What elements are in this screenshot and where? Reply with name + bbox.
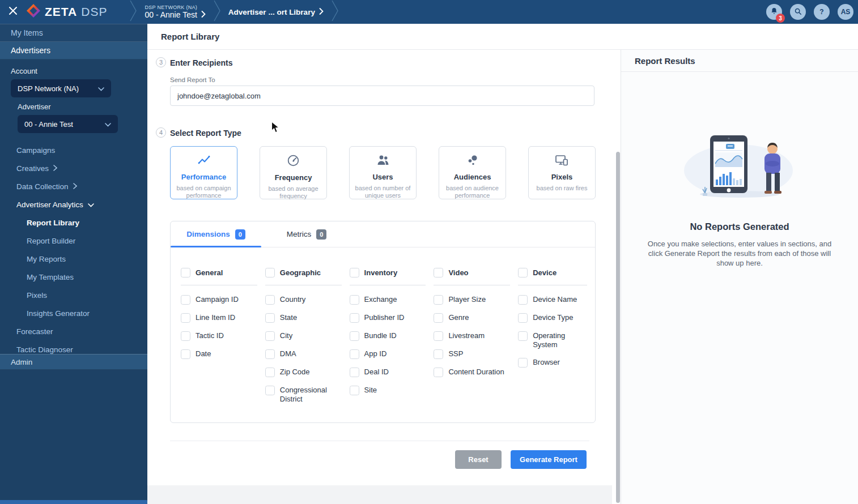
page-title: Report Library [147, 24, 858, 50]
dimension-checkbox[interactable] [265, 331, 275, 341]
dimension-item: Device Type [518, 313, 595, 323]
group-label: Inventory [364, 268, 398, 277]
dimension-group-video: Video Player Size Genre Livestream SSP C… [434, 268, 518, 412]
dimension-checkbox[interactable] [350, 295, 359, 305]
dimension-checkbox[interactable] [350, 331, 359, 341]
empty-state-text: Once you make selections, enter values i… [645, 239, 834, 268]
dimension-checkbox[interactable] [434, 295, 443, 305]
report-type-card-performance[interactable]: Performance based on campaign performanc… [170, 146, 237, 199]
dimension-checkbox[interactable] [181, 349, 190, 359]
dimension-checkbox[interactable] [265, 386, 275, 395]
account-dropdown[interactable]: DSP Network (NA) [11, 79, 111, 97]
account-label: Account [0, 67, 147, 75]
send-report-to-input[interactable] [170, 86, 594, 106]
breadcrumb-page[interactable]: Advertiser ... ort Library [228, 8, 324, 16]
horizontal-scrollbar[interactable] [0, 500, 148, 504]
generate-report-button[interactable]: Generate Report [511, 450, 587, 469]
report-type-card-audiences[interactable]: Audiences based on audience performance [439, 146, 506, 199]
breadcrumb-separator-icon [214, 0, 220, 24]
account-selector-block: Account DSP Network (NA) [0, 67, 147, 97]
sidebar-section-admin[interactable]: Admin [0, 354, 147, 370]
sidebar-item-my-reports[interactable]: My Reports [0, 250, 147, 268]
enter-recipients-title: Enter Recipients [170, 58, 232, 67]
group-checkbox[interactable] [518, 268, 528, 277]
footer-divider [170, 441, 589, 441]
card-label: Users [372, 173, 393, 181]
group-header: Device [518, 268, 587, 285]
card-label: Frequency [275, 173, 312, 182]
dimension-checkbox[interactable] [265, 295, 275, 305]
dimension-checkbox[interactable] [350, 386, 359, 395]
vertical-scrollbar[interactable] [616, 152, 620, 503]
dimension-checkbox[interactable] [434, 331, 443, 341]
sidebar-item-campaigns[interactable]: Campaigns [0, 141, 147, 159]
sidebar-admin-label: Admin [11, 358, 32, 366]
dimension-group-device: Device Device Name Device Type Operating… [518, 268, 595, 412]
sidebar-campaigns-label: Campaigns [16, 146, 55, 155]
sidebar-item-report-builder[interactable]: Report Builder [0, 232, 147, 250]
help-button[interactable]: ? [814, 4, 830, 20]
chevron-right-icon [73, 182, 77, 191]
dimension-item-label: Device Type [533, 313, 573, 322]
report-type-card-pixels[interactable]: Pixels based on raw fires [528, 146, 596, 199]
dimension-item: Congressional District [265, 386, 350, 404]
notifications-button[interactable]: 3 [766, 4, 782, 20]
reset-button[interactable]: Reset [455, 450, 502, 469]
dimension-checkbox[interactable] [518, 295, 528, 305]
dimension-checkbox[interactable] [434, 349, 443, 359]
close-button[interactable] [0, 0, 26, 24]
dimension-checkbox[interactable] [350, 368, 359, 377]
sidebar-item-my-templates[interactable]: My Templates [0, 268, 147, 286]
dimension-item: DMA [265, 349, 350, 359]
group-checkbox[interactable] [265, 268, 275, 277]
sidebar-item-data-collection[interactable]: Data Collection [0, 177, 147, 195]
group-checkbox[interactable] [434, 268, 443, 277]
zeta-dsp-logo[interactable]: ZETA DSP [26, 3, 107, 20]
dimension-checkbox[interactable] [181, 331, 190, 341]
sidebar-item-creatives[interactable]: Creatives [0, 159, 147, 177]
account-dropdown-value: DSP Network (NA) [18, 84, 79, 93]
advertiser-dropdown[interactable]: 00 - Annie Test [18, 115, 118, 133]
dimension-checkbox[interactable] [434, 368, 443, 377]
breadcrumb-network-advertiser[interactable]: DSP NETWORK (NA) 00 - Annie Test [145, 5, 205, 19]
dimension-checkbox[interactable] [350, 349, 359, 359]
sidebar-item-insights-generator[interactable]: Insights Generator [0, 304, 147, 322]
report-type-card-frequency[interactable]: Frequency based on average frequency [260, 146, 327, 199]
sidebar-pixels-label: Pixels [27, 291, 47, 300]
dimension-checkbox[interactable] [181, 313, 190, 323]
dimension-group-geographic: Geographic Country State City DMA Zip Co… [265, 268, 350, 412]
sidebar-item-report-library[interactable]: Report Library [0, 213, 147, 232]
group-checkbox[interactable] [181, 268, 190, 277]
dimension-item-label: Content Duration [448, 368, 504, 377]
dimension-checkbox[interactable] [265, 368, 275, 377]
avatar[interactable]: AS [838, 4, 853, 20]
group-checkbox[interactable] [350, 268, 359, 277]
dimension-checkbox[interactable] [434, 313, 443, 323]
dimension-checkbox[interactable] [181, 295, 190, 305]
dimension-item: Genre [434, 313, 518, 323]
tab-metrics[interactable]: Metrics 0 [261, 221, 352, 247]
sidebar-section-advertisers[interactable]: Advertisers [0, 42, 147, 59]
dimension-checkbox[interactable] [350, 313, 359, 323]
dimension-checkbox[interactable] [265, 313, 275, 323]
sidebar-item-forecaster[interactable]: Forecaster [0, 322, 147, 340]
dimension-checkbox[interactable] [518, 358, 528, 368]
search-button[interactable] [790, 4, 806, 20]
tab-dimensions[interactable]: Dimensions 0 [171, 221, 261, 247]
step-3-number: 3 [156, 57, 166, 67]
dimension-checkbox[interactable] [265, 349, 275, 359]
chevron-down-icon [105, 119, 111, 129]
dimension-item: Line Item ID [181, 313, 265, 323]
chevron-right-icon [53, 164, 57, 173]
dimension-checkbox[interactable] [518, 331, 528, 341]
sidebar-item-my-items[interactable]: My Items [0, 24, 147, 42]
card-label: Performance [181, 173, 226, 181]
card-description: based on raw fires [532, 185, 593, 192]
dimension-checkbox[interactable] [518, 313, 528, 323]
advertiser-selector-block: Advertiser 00 - Annie Test [7, 102, 147, 133]
report-type-card-users[interactable]: Users based on number of unique users [349, 146, 417, 199]
sidebar-item-advertiser-analytics[interactable]: Advertiser Analytics [0, 195, 147, 213]
sidebar-item-pixels[interactable]: Pixels [0, 286, 147, 304]
dimension-item-label: Zip Code [280, 368, 310, 377]
users-icon [376, 154, 390, 169]
